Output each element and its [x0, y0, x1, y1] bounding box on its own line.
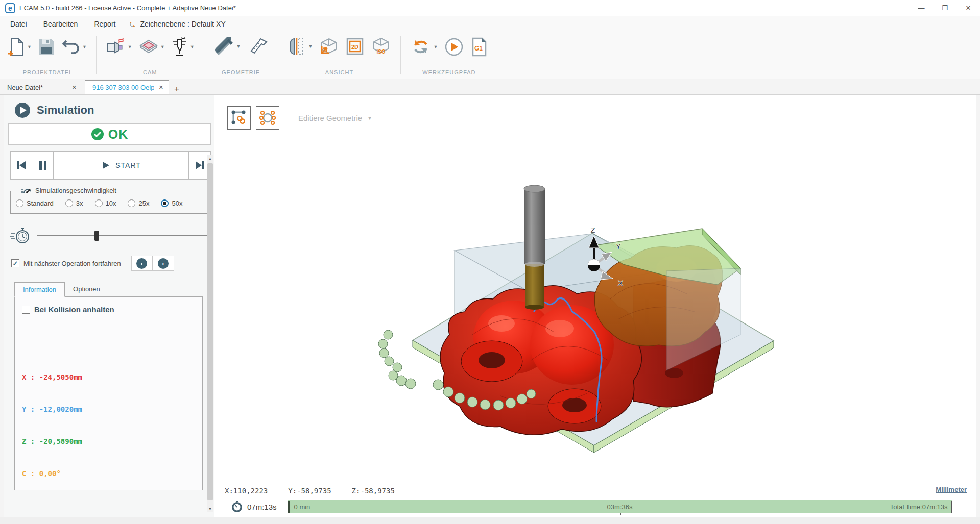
collision-checkbox[interactable]	[22, 306, 30, 314]
cutting-tool	[524, 185, 545, 310]
coord-z: Z:-58,9735	[352, 487, 395, 495]
check-circle-icon	[91, 128, 104, 141]
doc-tab-neue-datei[interactable]: Neue Datei* ✕	[0, 80, 82, 94]
toolbar-separator	[204, 36, 204, 74]
toolbar-group-geometrie: ▼ GEOMETRIE	[206, 32, 276, 79]
selection-points-icon	[259, 109, 276, 127]
toolbar-group-label: GEOMETRIE	[211, 66, 271, 78]
point-select-button[interactable]	[256, 106, 279, 130]
stock-button[interactable]: ▼	[136, 36, 167, 58]
svg-text:G1: G1	[474, 45, 483, 52]
scrollbar-thumb[interactable]	[207, 163, 213, 500]
toolbar-group-label: ANSICHT	[285, 66, 394, 78]
menu-datei[interactable]: Datei	[4, 18, 33, 30]
menu-report[interactable]: Report	[88, 18, 122, 30]
zoom-fit-cube-icon	[319, 37, 339, 56]
refresh-icon	[410, 37, 432, 57]
add-tab-button[interactable]: +	[169, 84, 184, 94]
collision-checkbox-label: Bei Kollision anhalten	[34, 305, 114, 314]
viewport: Z Y X Editiere Geometrie ▼ X:110,2223 Y:…	[214, 95, 976, 517]
toolbar-group-label: CAM	[104, 66, 197, 78]
radio-10x[interactable]: 10x	[95, 199, 116, 207]
chevron-down-icon: ▼	[160, 44, 165, 49]
minimize-button[interactable]: —	[910, 0, 933, 16]
measure-button[interactable]	[245, 35, 271, 58]
section-view-button[interactable]: ▼	[285, 35, 315, 58]
feed-readout: Vorschub Typ : Vorschub Vorschub : 2865 …	[22, 508, 196, 517]
units-link[interactable]: Millimeter	[936, 486, 967, 493]
caliper-icon	[247, 37, 269, 56]
new-file-button[interactable]: ▼	[5, 35, 34, 59]
tool-button[interactable]: ▼	[169, 35, 197, 59]
continue-checkbox[interactable]: ✓	[11, 259, 19, 267]
progress-total-label: Total Time:07m:13s	[890, 503, 948, 511]
restore-button[interactable]: ❐	[933, 0, 957, 16]
scroll-up-icon[interactable]: ▲	[207, 155, 213, 162]
undo-icon	[61, 38, 81, 56]
draw-geometry-button[interactable]: ▼	[211, 35, 243, 58]
close-tab-icon[interactable]: ✕	[159, 84, 163, 91]
progress-start-marker	[288, 501, 290, 513]
progress-center-tick	[620, 513, 621, 515]
radio-icon	[16, 199, 23, 207]
radio-standard[interactable]: Standard	[16, 199, 54, 207]
speed-slider[interactable]	[37, 235, 211, 236]
tab-optionen[interactable]: Optionen	[65, 282, 108, 296]
radio-50x-selected[interactable]: 50x	[161, 199, 182, 207]
view-2d-button[interactable]: 2D	[343, 35, 367, 58]
next-operation-button[interactable]: ›	[153, 256, 174, 270]
regenerate-toolpath-button[interactable]: ▼	[408, 35, 440, 59]
toolbar-group-label: PROJEKTDATEI	[5, 66, 89, 78]
close-tab-icon[interactable]: ✕	[72, 84, 77, 91]
previous-operation-button[interactable]: ‹	[132, 256, 153, 270]
radio-3x[interactable]: 3x	[65, 199, 83, 207]
chevron-down-icon: ▼	[27, 44, 32, 49]
drawing-plane-indicator[interactable]: Zeichenebene : Default XY	[129, 20, 225, 28]
progress-start-label: 0 min	[294, 503, 310, 511]
speed-slider-row	[10, 226, 211, 245]
toolbar-group-ansicht: ▼ 2D ISO ANSICHT	[280, 32, 399, 79]
chevron-down-icon: ▼	[308, 44, 313, 49]
window-title: ECAM 5.0 - build 266 - License Active - …	[19, 4, 236, 12]
gcode-button[interactable]: G1	[468, 35, 490, 59]
simulation-status: OK	[8, 123, 211, 145]
zoom-fit-button[interactable]	[317, 35, 341, 58]
mill-head-icon	[106, 37, 126, 57]
view-iso-button[interactable]: ISO	[369, 35, 393, 58]
menubar: Datei Bearbeiten Report Zeichenebene : D…	[0, 16, 980, 32]
slider-handle[interactable]	[94, 231, 99, 241]
undo-button[interactable]: ▼	[59, 36, 89, 58]
simulate-button[interactable]	[442, 35, 466, 59]
view-2d-icon: 2D	[345, 37, 365, 56]
simulation-header: Simulation	[14, 102, 214, 118]
simulation-progressbar[interactable]: 0 min 03m:36s Total Time:07m:13s	[288, 500, 952, 513]
doc-tab-oelpumpe[interactable]: 916 307 303 00 Oelpu ✕	[85, 80, 169, 94]
toolbar-separator	[96, 36, 97, 74]
radio-25x[interactable]: 25x	[128, 199, 149, 207]
skip-to-start-button[interactable]	[11, 152, 32, 179]
edit-geometry-dropdown[interactable]: Editiere Geometrie ▼	[298, 114, 372, 122]
viewport-3d[interactable]: Z Y X	[214, 95, 976, 483]
toolbar-separator	[278, 36, 278, 74]
pause-button[interactable]	[32, 152, 54, 179]
save-button[interactable]	[36, 36, 57, 58]
position-x: X : -24,5050mm	[22, 372, 196, 383]
save-icon	[38, 38, 55, 56]
toolbar-group-label: WERKZEUGPFAD	[408, 66, 490, 78]
panel-scrollbar[interactable]: ▲ ▼	[207, 155, 213, 512]
toolbar-group-werkzeugpfad: ▼ G1 WERKZEUGPFAD	[403, 32, 495, 79]
chain-select-button[interactable]	[227, 106, 251, 130]
speed-options: Standard 3x 10x 25x 50x	[16, 199, 206, 207]
close-button[interactable]: ✕	[957, 0, 980, 16]
scroll-down-icon[interactable]: ▼	[207, 505, 213, 512]
tab-information[interactable]: Information	[14, 282, 65, 297]
chevron-down-icon: ▼	[128, 44, 132, 49]
machining-setup-button[interactable]: ▼	[104, 35, 134, 59]
chevron-down-icon: ▼	[236, 44, 241, 49]
menu-bearbeiten[interactable]: Bearbeiten	[37, 18, 84, 30]
toolbar-separator	[400, 36, 401, 74]
start-button[interactable]: START	[54, 152, 189, 179]
cursor-coordinates: X:110,2223 Y:-58,9735 Z:-58,9735	[225, 487, 395, 495]
play-circle-icon	[444, 37, 464, 57]
drawing-plane-label: Zeichenebene : Default XY	[140, 20, 225, 28]
